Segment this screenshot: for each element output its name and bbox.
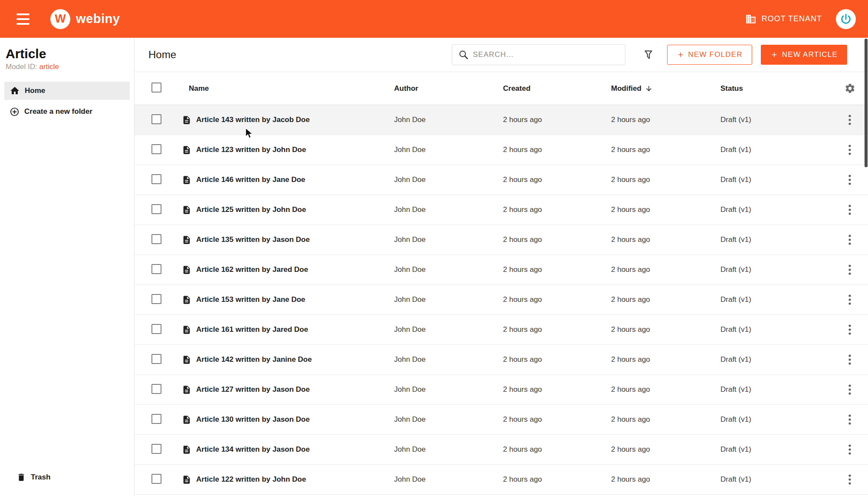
row-menu-button[interactable]	[845, 324, 855, 335]
article-name[interactable]: Article 127 written by Jason Doe	[196, 385, 310, 394]
row-checkbox[interactable]	[151, 264, 161, 274]
row-checkbox[interactable]	[151, 294, 161, 304]
row-menu-button[interactable]	[845, 234, 855, 245]
author-cell: John Doe	[394, 205, 503, 214]
row-checkbox[interactable]	[151, 204, 161, 214]
hamburger-menu-button[interactable]	[16, 13, 30, 25]
column-header-author[interactable]: Author	[394, 84, 503, 93]
plus-icon	[770, 51, 778, 59]
row-menu-button[interactable]	[845, 294, 855, 305]
article-name[interactable]: Article 122 written by John Doe	[196, 475, 306, 484]
article-name[interactable]: Article 143 written by Jacob Doe	[196, 116, 310, 124]
table-row[interactable]: Article 135 written by Jason Doe John Do…	[135, 225, 868, 255]
sidebar-item-home[interactable]: Home	[4, 82, 130, 100]
article-name[interactable]: Article 130 written by Jason Doe	[196, 415, 310, 424]
row-menu-button[interactable]	[845, 204, 855, 215]
kebab-icon	[848, 444, 851, 455]
author-cell: John Doe	[394, 475, 503, 484]
article-name[interactable]: Article 135 written by Jason Doe	[196, 235, 310, 244]
row-checkbox[interactable]	[151, 474, 161, 484]
table-row[interactable]: Article 127 written by Jason Doe John Do…	[135, 375, 868, 405]
new-article-button[interactable]: NEW ARTICLE	[761, 45, 847, 65]
table-settings-button[interactable]	[845, 83, 855, 94]
new-folder-label: NEW FOLDER	[688, 50, 743, 59]
model-id-label: Model ID:	[6, 63, 37, 71]
author-cell: John Doe	[394, 235, 503, 244]
column-header-status[interactable]: Status	[720, 84, 845, 93]
author-cell: John Doe	[394, 355, 503, 364]
row-checkbox[interactable]	[151, 114, 161, 124]
row-menu-button[interactable]	[845, 474, 855, 485]
home-icon	[10, 86, 20, 96]
article-name[interactable]: Article 162 written by Jared Doe	[196, 265, 308, 274]
tenant-selector[interactable]: ROOT TENANT	[745, 13, 822, 25]
document-icon	[182, 414, 191, 425]
article-name[interactable]: Article 134 written by Jason Doe	[196, 445, 310, 454]
status-cell: Draft (v1)	[720, 265, 845, 274]
new-folder-button[interactable]: NEW FOLDER	[667, 45, 752, 65]
column-header-name[interactable]: Name	[182, 84, 394, 93]
row-menu-button[interactable]	[845, 384, 855, 395]
row-checkbox[interactable]	[151, 144, 161, 154]
row-checkbox[interactable]	[151, 354, 161, 364]
created-cell: 2 hours ago	[503, 205, 611, 214]
table-row[interactable]: Article 162 written by Jared Doe John Do…	[135, 255, 868, 285]
kebab-icon	[848, 174, 851, 185]
document-icon	[182, 444, 191, 455]
row-checkbox[interactable]	[151, 384, 161, 394]
column-header-created[interactable]: Created	[503, 84, 611, 93]
table-row[interactable]: Article 134 written by Jason Doe John Do…	[135, 435, 868, 465]
search-input[interactable]	[473, 50, 619, 59]
column-header-modified[interactable]: Modified	[611, 84, 720, 93]
kebab-icon	[848, 114, 851, 126]
row-menu-button[interactable]	[845, 174, 855, 185]
table-row[interactable]: Article 143 written by Jacob Doe John Do…	[135, 105, 868, 135]
article-name[interactable]: Article 153 written by Jane Doe	[196, 295, 305, 304]
modified-cell: 2 hours ago	[611, 145, 720, 154]
table-row[interactable]: Article 146 written by Jane Doe John Doe…	[135, 165, 868, 195]
row-checkbox[interactable]	[151, 414, 161, 424]
row-menu-button[interactable]	[845, 114, 855, 126]
create-folder-button[interactable]: Create a new folder	[4, 103, 130, 121]
modified-cell: 2 hours ago	[611, 205, 720, 214]
trash-button[interactable]: Trash	[0, 468, 134, 486]
select-all-checkbox[interactable]	[151, 83, 161, 93]
table-row[interactable]: Article 130 written by Jason Doe John Do…	[135, 405, 868, 435]
table-row[interactable]: Article 122 written by John Doe John Doe…	[135, 465, 868, 495]
row-menu-button[interactable]	[845, 354, 855, 365]
row-menu-button[interactable]	[845, 264, 855, 275]
article-name[interactable]: Article 142 written by Janine Doe	[196, 355, 312, 364]
table-row[interactable]: Article 123 written by John Doe John Doe…	[135, 135, 868, 165]
search-icon	[458, 50, 469, 60]
table-row[interactable]: Article 142 written by Janine Doe John D…	[135, 345, 868, 375]
article-name[interactable]: Article 161 written by Jared Doe	[196, 325, 308, 334]
table-row[interactable]: Article 125 written by John Doe John Doe…	[135, 195, 868, 225]
document-icon	[182, 205, 191, 215]
avatar[interactable]	[836, 9, 856, 29]
filter-button[interactable]	[643, 49, 654, 60]
modified-cell: 2 hours ago	[611, 295, 720, 304]
row-menu-button[interactable]	[845, 414, 855, 425]
toolbar: Home NEW FOLDER NEW ARTICLE	[135, 38, 868, 72]
author-cell: John Doe	[394, 265, 503, 274]
sort-descending-icon	[645, 85, 653, 93]
document-icon	[182, 265, 191, 275]
kebab-icon	[848, 144, 851, 155]
kebab-icon	[848, 384, 851, 395]
modified-cell: 2 hours ago	[611, 385, 720, 394]
vertical-scrollbar[interactable]	[865, 39, 868, 167]
status-cell: Draft (v1)	[720, 415, 845, 424]
article-name[interactable]: Article 125 written by John Doe	[196, 205, 306, 214]
table-row[interactable]: Article 161 written by Jared Doe John Do…	[135, 315, 868, 345]
search-box[interactable]	[452, 44, 625, 65]
table-row[interactable]: Article 153 written by Jane Doe John Doe…	[135, 285, 868, 315]
article-name[interactable]: Article 123 written by John Doe	[196, 145, 306, 154]
row-checkbox[interactable]	[151, 174, 161, 184]
sidebar-nav: Home Create a new folder	[0, 82, 134, 121]
row-checkbox[interactable]	[151, 324, 161, 334]
row-menu-button[interactable]	[845, 144, 855, 155]
row-checkbox[interactable]	[151, 444, 161, 454]
row-menu-button[interactable]	[845, 444, 855, 455]
article-name[interactable]: Article 146 written by Jane Doe	[196, 175, 305, 184]
row-checkbox[interactable]	[151, 234, 161, 244]
